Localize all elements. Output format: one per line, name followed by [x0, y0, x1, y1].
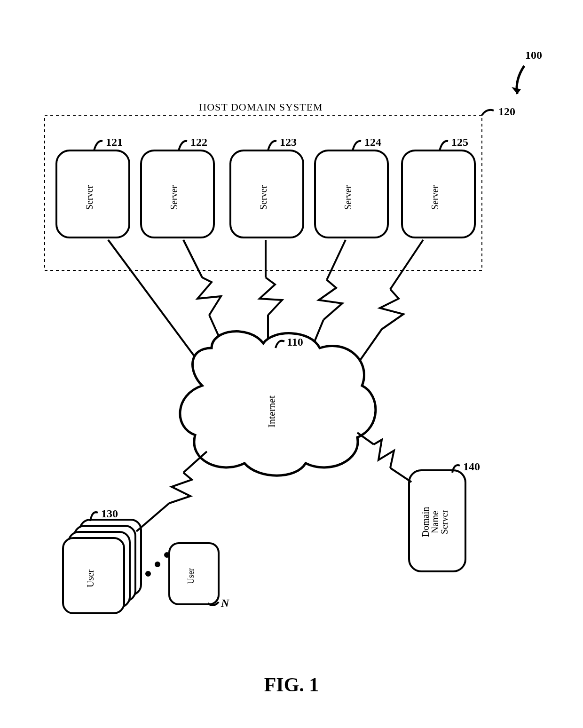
user-stack: User 130 [63, 507, 141, 613]
dns-line3: Server [439, 510, 449, 535]
dns-line1: Domain [420, 507, 431, 537]
server-3-ref-arc [268, 141, 276, 150]
server-3-label: Server [258, 185, 268, 210]
user-n-label: User [186, 568, 196, 584]
ref-overall: 100 [512, 49, 542, 94]
server-2: Server 122 [141, 136, 214, 237]
svg-line-10 [327, 240, 346, 280]
server-3-ref: 123 [280, 136, 297, 148]
user-n: User N [169, 543, 230, 609]
host-domain-ref-arc [482, 110, 494, 115]
server-3: Server 123 [230, 136, 303, 237]
server-1: Server 121 [56, 136, 129, 237]
dns-block: Domain Name Server 140 [409, 460, 480, 571]
user-front-ref: 130 [101, 507, 118, 520]
ref-overall-label: 100 [525, 49, 542, 61]
server-1-ref-arc [94, 141, 102, 150]
internet-label: Internet [266, 396, 277, 427]
host-domain-ref: 120 [498, 105, 515, 118]
internet-ref: 110 [287, 336, 303, 348]
svg-line-6 [183, 240, 202, 277]
server-5-ref-arc [440, 141, 448, 150]
server-1-label: Server [84, 185, 95, 210]
server-4-label: Server [343, 185, 353, 210]
cloud-icon [180, 332, 376, 476]
svg-line-26 [136, 503, 169, 531]
user-front-label: User [85, 570, 95, 587]
server-2-ref-arc [179, 141, 187, 150]
svg-line-12 [390, 240, 423, 289]
svg-line-25 [183, 451, 207, 473]
figure-label: FIG. 1 [264, 674, 319, 696]
server-4-ref: 124 [364, 136, 381, 148]
server-4: Server 124 [315, 136, 388, 237]
server-2-ref: 122 [190, 136, 207, 148]
host-domain-title: HOST DOMAIN SYSTEM [199, 101, 323, 113]
svg-line-16 [390, 468, 411, 482]
svg-point-22 [155, 562, 160, 567]
svg-line-15 [357, 433, 374, 444]
user-n-ref: N [221, 597, 230, 609]
dns-line2: Name [430, 511, 440, 533]
server-1-ref: 121 [106, 136, 123, 148]
dns-ref: 140 [463, 460, 480, 473]
server-5-ref: 125 [451, 136, 468, 148]
ellipsis-icon [145, 552, 170, 577]
server-2-label: Server [169, 185, 179, 210]
user-connection [136, 451, 207, 531]
server-5-label: Server [430, 185, 440, 210]
svg-point-21 [145, 571, 151, 577]
internet-cloud: Internet 110 [180, 332, 376, 476]
server-4-ref-arc [353, 141, 361, 150]
dns-connection [357, 433, 411, 482]
server-5: Server 125 [402, 136, 475, 237]
